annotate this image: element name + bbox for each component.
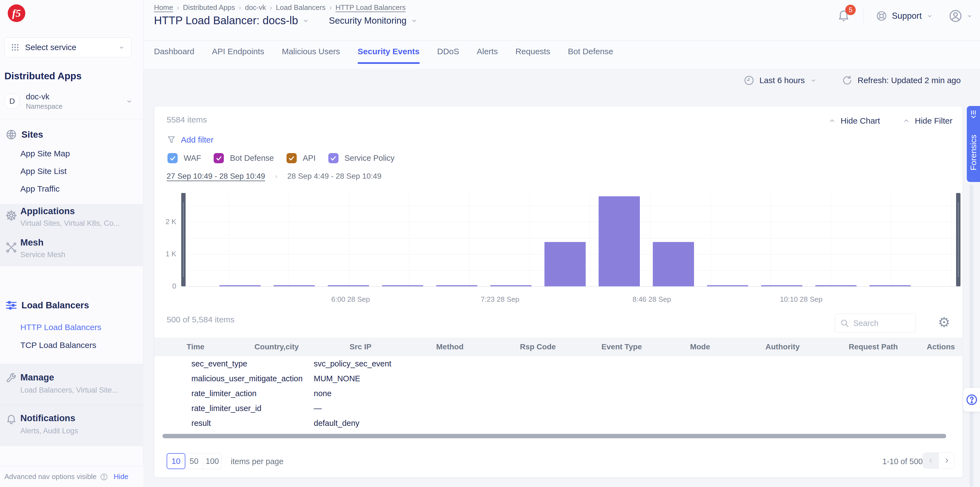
column-header-request-path[interactable]: Request Path bbox=[828, 342, 919, 351]
next-page-button[interactable] bbox=[939, 453, 955, 468]
brush-handle-right[interactable] bbox=[956, 193, 961, 286]
sidebar-item-http-load-balancers[interactable]: HTTP Load Balancers bbox=[20, 323, 102, 332]
user-menu[interactable] bbox=[949, 9, 973, 23]
chart-bar[interactable] bbox=[761, 285, 802, 286]
sidebar-section-manage[interactable] bbox=[0, 364, 143, 405]
chart-bar[interactable] bbox=[815, 285, 856, 286]
page-size-50[interactable]: 50 bbox=[185, 453, 203, 469]
breadcrumb-item[interactable]: doc-vk bbox=[245, 3, 266, 12]
namespace-selector[interactable]: D doc-vk Namespace bbox=[3, 89, 141, 113]
sidebar-section-load-balancers[interactable]: Load Balancers bbox=[5, 300, 89, 311]
column-header-mode[interactable]: Mode bbox=[663, 342, 737, 351]
breadcrumb-item[interactable]: HTTP Load Balancers bbox=[336, 3, 406, 12]
previous-page-button[interactable] bbox=[923, 453, 939, 468]
hide-advanced-nav-link[interactable]: Hide bbox=[114, 473, 128, 481]
brush-grip bbox=[958, 202, 959, 277]
sidebar-section-mesh-label: Mesh bbox=[20, 237, 43, 248]
table-settings-gear-icon[interactable]: ⚙ bbox=[938, 316, 950, 329]
forensics-panel-tab[interactable]: Forensics bbox=[967, 106, 980, 182]
hide-filter-toggle[interactable]: Hide Filter bbox=[902, 116, 953, 126]
sidebar-section-sites-label: Sites bbox=[21, 129, 43, 140]
chart-bar[interactable] bbox=[707, 285, 748, 286]
chevron-down-icon bbox=[926, 13, 933, 19]
brush-handle-left[interactable] bbox=[181, 193, 186, 286]
f5-logo[interactable]: f5 bbox=[8, 5, 25, 22]
column-header-country-city[interactable]: Country,city bbox=[237, 342, 317, 351]
column-header-method[interactable]: Method bbox=[404, 342, 495, 351]
filter-label: Service Policy bbox=[345, 153, 395, 163]
checkbox-checked-icon bbox=[328, 153, 339, 163]
chart-bar[interactable] bbox=[598, 196, 640, 286]
table-row[interactable]: rate_limiter_actionnone bbox=[154, 386, 963, 401]
tab-alerts[interactable]: Alerts bbox=[477, 47, 498, 64]
column-header-rsp-code[interactable]: Rsp Code bbox=[495, 342, 581, 351]
column-header-src-ip[interactable]: Src IP bbox=[317, 342, 404, 351]
column-header-actions[interactable]: Actions bbox=[919, 342, 963, 351]
table-row[interactable]: malicious_user_mitigate_actionMUM_NONE bbox=[154, 371, 963, 386]
sidebar-item-app-traffic[interactable]: App Traffic bbox=[20, 184, 60, 193]
table-search[interactable] bbox=[835, 314, 916, 333]
chart-bar[interactable] bbox=[869, 285, 911, 286]
notifications-bell-button[interactable]: 5 bbox=[837, 8, 851, 24]
page-size-100[interactable]: 100 bbox=[203, 453, 221, 469]
date-range-primary[interactable]: 27 Sep 10:49 - 28 Sep 10:49 bbox=[167, 172, 265, 180]
tab-api-endpoints[interactable]: API Endpoints bbox=[212, 47, 264, 64]
breadcrumb-item[interactable]: Distributed Apps bbox=[183, 3, 235, 12]
support-menu[interactable]: Support bbox=[876, 10, 933, 22]
breadcrumb-item[interactable]: Home bbox=[154, 3, 173, 12]
chart-bar[interactable] bbox=[653, 242, 694, 286]
select-service-label: Select service bbox=[25, 43, 113, 52]
sidebar-section-sites[interactable]: Sites bbox=[5, 129, 43, 141]
column-header-time[interactable]: Time bbox=[154, 342, 237, 351]
filter-checkbox-service-policy[interactable]: Service Policy bbox=[328, 153, 395, 163]
page-size-10[interactable]: 10 bbox=[167, 453, 185, 469]
chevron-down-icon[interactable] bbox=[302, 17, 310, 24]
row-value: none bbox=[314, 389, 332, 398]
chart-bar[interactable] bbox=[274, 285, 315, 286]
chart-bar[interactable] bbox=[382, 285, 423, 286]
table-row[interactable]: resultdefault_deny bbox=[154, 416, 963, 428]
breadcrumb-item[interactable]: Load Balancers bbox=[276, 3, 326, 12]
chart-bar[interactable] bbox=[490, 285, 531, 286]
chevron-down-icon bbox=[810, 77, 817, 84]
chart-bar[interactable] bbox=[544, 242, 586, 286]
chart-x-axis bbox=[182, 286, 960, 287]
chart-bar[interactable] bbox=[328, 285, 369, 286]
sidebar-item-app-site-list[interactable]: App Site List bbox=[20, 166, 67, 176]
column-header-event-type[interactable]: Event Type bbox=[581, 342, 663, 351]
event-type-filters: WAFBot DefenseAPIService Policy bbox=[167, 153, 395, 163]
view-selector[interactable]: Security Monitoring bbox=[329, 15, 406, 26]
tab-requests[interactable]: Requests bbox=[515, 47, 550, 64]
sidebar-item-app-site-map[interactable]: App Site Map bbox=[20, 149, 70, 158]
sidebar-item-tcp-load-balancers[interactable]: TCP Load Balancers bbox=[20, 340, 96, 350]
filter-label: Bot Defense bbox=[230, 153, 274, 163]
tab-dashboard[interactable]: Dashboard bbox=[154, 47, 194, 64]
pagination-controls bbox=[923, 453, 955, 469]
hide-chart-toggle[interactable]: Hide Chart bbox=[828, 116, 880, 126]
time-range-selector[interactable]: Last 6 hours bbox=[743, 75, 817, 86]
chart-bar[interactable] bbox=[436, 285, 477, 286]
tab-ddos[interactable]: DDoS bbox=[437, 47, 459, 64]
horizontal-scrollbar-thumb[interactable] bbox=[162, 434, 946, 438]
table-row[interactable]: sec_event_typesvc_policy_sec_event bbox=[154, 356, 963, 371]
refresh-button[interactable]: Refresh: Updated 2 min ago bbox=[842, 75, 961, 86]
vertical-scrollbar-track[interactable] bbox=[970, 184, 974, 487]
row-key: sec_event_type bbox=[191, 359, 247, 368]
help-button[interactable] bbox=[963, 388, 980, 412]
tab-security-events[interactable]: Security Events bbox=[358, 47, 420, 64]
column-header-authority[interactable]: Authority bbox=[737, 342, 828, 351]
filter-checkbox-api[interactable]: API bbox=[286, 153, 316, 163]
add-filter-button[interactable]: Add filter bbox=[167, 135, 213, 145]
chart-bar[interactable] bbox=[220, 285, 261, 286]
select-service-dropdown[interactable]: Select service bbox=[5, 37, 131, 57]
sidebar-section-notifications[interactable] bbox=[0, 405, 143, 446]
search-input[interactable] bbox=[853, 319, 911, 328]
table-body: sec_event_typesvc_policy_sec_eventmalici… bbox=[154, 356, 963, 428]
filter-checkbox-bot-defense[interactable]: Bot Defense bbox=[214, 153, 274, 163]
info-circle-icon[interactable] bbox=[100, 473, 108, 481]
tab-malicious-users[interactable]: Malicious Users bbox=[282, 47, 340, 64]
sidebar-section-mesh-subtitle: Service Mesh bbox=[20, 251, 65, 259]
tab-bot-defense[interactable]: Bot Defense bbox=[568, 47, 613, 64]
table-row[interactable]: rate_limiter_user_id— bbox=[154, 401, 963, 416]
filter-checkbox-waf[interactable]: WAF bbox=[167, 153, 201, 163]
